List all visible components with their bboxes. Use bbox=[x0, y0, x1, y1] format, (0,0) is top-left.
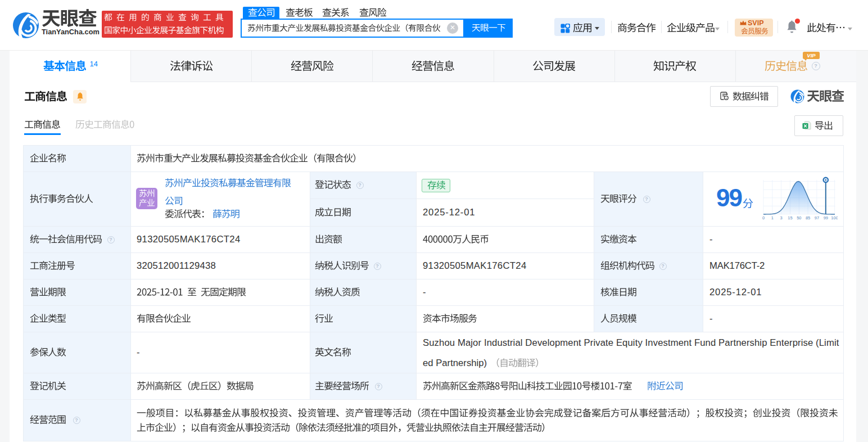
svg-text:1: 1 bbox=[771, 215, 774, 220]
svg-text:0: 0 bbox=[762, 215, 765, 220]
svg-text:3: 3 bbox=[780, 215, 783, 220]
svg-text:100: 100 bbox=[831, 215, 838, 220]
svg-text:15: 15 bbox=[788, 215, 792, 220]
svg-text:85: 85 bbox=[806, 215, 810, 220]
svg-text:99: 99 bbox=[824, 215, 828, 220]
svg-text:50: 50 bbox=[797, 215, 801, 220]
svg-text:97: 97 bbox=[815, 215, 819, 220]
